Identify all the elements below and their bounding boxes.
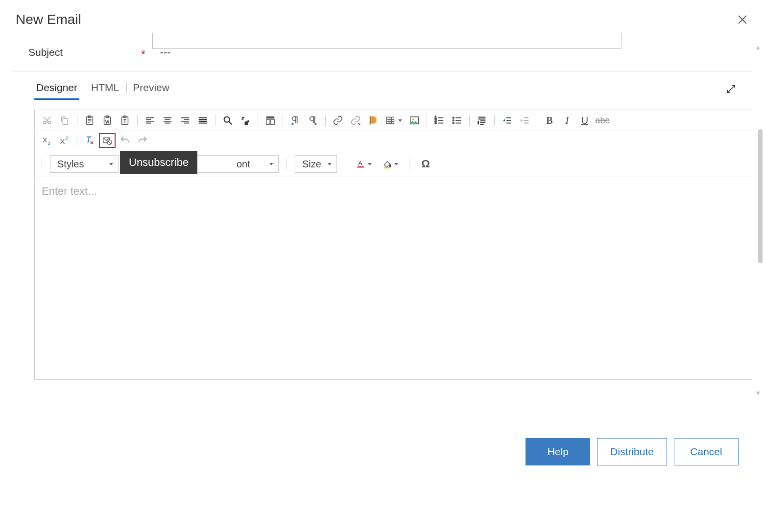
- editor-placeholder: Enter text...: [42, 185, 97, 197]
- size-dropdown[interactable]: Size: [295, 155, 337, 173]
- rtl-icon[interactable]: [305, 113, 321, 128]
- svg-rect-2: [63, 118, 68, 124]
- link-icon[interactable]: [330, 113, 346, 128]
- tab-html[interactable]: HTML: [89, 78, 121, 100]
- outdent-icon[interactable]: [516, 113, 533, 128]
- subject-label: Subject: [28, 46, 141, 58]
- superscript-icon[interactable]: X2: [56, 133, 73, 148]
- styles-dropdown[interactable]: Styles: [50, 155, 119, 173]
- svg-text:2: 2: [66, 136, 68, 140]
- svg-text:a: a: [245, 120, 248, 126]
- table-dropdown[interactable]: [382, 116, 405, 125]
- scroll-down-arrow[interactable]: ▼: [755, 390, 761, 396]
- expand-icon[interactable]: [726, 84, 737, 94]
- cancel-button[interactable]: Cancel: [674, 438, 739, 465]
- anchor-icon[interactable]: [365, 113, 382, 128]
- editor-frame: a 123 B I U abc X2 X2: [34, 110, 752, 380]
- page-title: New Email: [16, 12, 81, 27]
- align-left-icon[interactable]: [142, 113, 158, 128]
- special-char-icon[interactable]: Ω: [417, 157, 434, 171]
- styles-label: Styles: [57, 159, 84, 170]
- align-justify-icon[interactable]: [194, 113, 211, 128]
- cut-icon[interactable]: [39, 113, 55, 128]
- svg-text:X: X: [43, 136, 48, 144]
- upper-field-border: [152, 33, 621, 49]
- align-center-icon[interactable]: [159, 113, 176, 128]
- svg-point-9: [224, 117, 230, 122]
- svg-rect-11: [266, 116, 275, 119]
- scrollbar-thumb[interactable]: [758, 129, 763, 263]
- tab-preview[interactable]: Preview: [131, 78, 171, 100]
- svg-rect-15: [387, 117, 394, 123]
- font-dropdown[interactable]: F ont: [184, 155, 279, 173]
- redo-icon[interactable]: [134, 133, 151, 148]
- remove-format-icon[interactable]: [81, 133, 98, 148]
- font-label-fragment: ont: [237, 159, 250, 170]
- text-color-dropdown[interactable]: A: [353, 159, 375, 169]
- svg-rect-13: [271, 119, 274, 124]
- align-right-icon[interactable]: [177, 113, 193, 128]
- size-label: Size: [302, 159, 321, 170]
- unsubscribe-icon[interactable]: [99, 133, 116, 148]
- svg-rect-14: [370, 116, 371, 125]
- close-icon[interactable]: [737, 14, 748, 25]
- bulleted-list-icon[interactable]: [449, 113, 465, 128]
- help-button[interactable]: Help: [525, 438, 590, 465]
- blockquote-icon[interactable]: [474, 113, 490, 128]
- italic-icon[interactable]: I: [559, 113, 575, 128]
- image-icon[interactable]: [406, 113, 423, 128]
- svg-text:A: A: [358, 160, 362, 167]
- svg-point-22: [453, 120, 454, 121]
- svg-text:3: 3: [435, 121, 437, 124]
- unsubscribe-tooltip: Unsubscribe: [120, 151, 197, 174]
- svg-text:2: 2: [48, 141, 50, 146]
- editor-tabs: Designer HTML Preview: [34, 78, 181, 100]
- bg-color-dropdown[interactable]: [380, 159, 401, 169]
- tab-designer[interactable]: Designer: [34, 78, 79, 100]
- svg-point-17: [412, 118, 414, 120]
- copy-icon[interactable]: [56, 113, 73, 128]
- paste-word-icon[interactable]: [99, 113, 116, 128]
- subscript-icon[interactable]: X2: [39, 133, 55, 148]
- svg-point-21: [453, 117, 454, 118]
- scroll-up-arrow[interactable]: ▲: [755, 44, 761, 51]
- indent-icon[interactable]: [499, 113, 515, 128]
- svg-rect-31: [358, 166, 364, 168]
- ltr-icon[interactable]: [287, 113, 304, 128]
- editor-body[interactable]: Enter text...: [35, 177, 752, 379]
- bold-icon[interactable]: B: [541, 113, 558, 128]
- find-icon[interactable]: [219, 113, 236, 128]
- svg-rect-32: [384, 167, 390, 169]
- strikethrough-icon[interactable]: abc: [594, 113, 611, 128]
- underline-icon[interactable]: U: [576, 113, 593, 128]
- required-asterisk: *: [141, 48, 145, 61]
- numbered-list-icon[interactable]: 123: [431, 113, 448, 128]
- replace-icon[interactable]: a: [237, 113, 254, 128]
- templates-icon[interactable]: [262, 113, 279, 128]
- unlink-icon[interactable]: [347, 113, 364, 128]
- svg-rect-12: [266, 119, 270, 124]
- distribute-button[interactable]: Distribute: [597, 438, 667, 465]
- svg-text:X: X: [60, 138, 65, 145]
- paste-text-icon[interactable]: [117, 113, 133, 128]
- paste-icon[interactable]: [81, 113, 98, 128]
- svg-point-23: [453, 122, 454, 124]
- undo-icon[interactable]: [117, 133, 133, 148]
